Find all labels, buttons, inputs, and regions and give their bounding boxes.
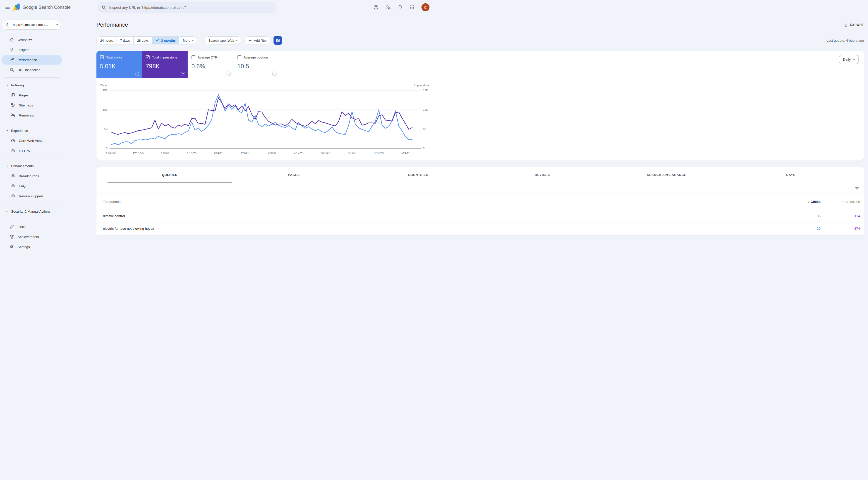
search-console-logo-icon	[13, 3, 21, 12]
help-circle-icon[interactable]: ?	[226, 71, 231, 76]
x-axis-tick: 1/24/26	[214, 152, 223, 155]
left-axis-tick: 150	[103, 89, 107, 92]
checkbox-unchecked-icon[interactable]	[237, 55, 241, 59]
google-apps-grid-icon[interactable]	[408, 3, 416, 11]
link-icon	[9, 224, 14, 229]
sidebar-section-experience[interactable]: ▾Experience	[0, 126, 63, 135]
checkbox-checked-icon[interactable]	[100, 55, 104, 59]
sidebar-item-label: Review snippets	[19, 194, 43, 198]
help-circle-icon[interactable]: ?	[272, 71, 277, 76]
sidebar: https://dimaticcontrol.c... ▾ OverviewIn…	[0, 14, 63, 240]
date-range-more-dropdown[interactable]: More▾	[179, 37, 197, 44]
x-axis-tick: 2/1/26	[241, 152, 249, 155]
sidebar-section-security-manual-actions[interactable]: ▸Security & Manual Actions	[0, 206, 63, 216]
sidebar-item-overview[interactable]: Overview	[0, 35, 63, 45]
sidebar-item-faq[interactable]: FAQ	[0, 181, 63, 191]
search-icon	[101, 5, 106, 10]
sidebar-item-sitemaps[interactable]: Sitemaps	[0, 100, 63, 110]
page-title: Performance	[96, 22, 128, 28]
tab-pages[interactable]: PAGES	[232, 167, 356, 183]
divider	[4, 203, 59, 204]
metric-card-average-position[interactable]: Average position10.5?	[234, 51, 279, 78]
table-row[interactable]: dimatic control36114	[96, 210, 434, 222]
metric-label: Total clicks	[106, 56, 122, 59]
col-top-queries[interactable]: Top queries	[103, 200, 434, 203]
manage-users-icon[interactable]	[384, 3, 392, 11]
metric-card-average-ctr[interactable]: Average CTR0.6%?	[188, 51, 233, 78]
notifications-bell-icon[interactable]	[396, 3, 404, 11]
check-icon	[156, 39, 159, 42]
checkbox-unchecked-icon[interactable]	[191, 55, 195, 59]
sidebar-item-label: URL inspection	[18, 68, 40, 72]
sidebar-item-insights[interactable]: Insights	[0, 45, 63, 55]
tab-queries[interactable]: QUERIES	[107, 167, 232, 183]
x-axis-tick: 2/9/26	[268, 152, 276, 155]
x-axis-tick: 1/8/26	[161, 152, 169, 155]
layers-icon	[10, 173, 16, 179]
chevron-right-icon: ▸	[6, 210, 11, 213]
chevron-down-icon: ▾	[6, 165, 11, 167]
sidebar-item-pages[interactable]: Pages	[0, 90, 63, 100]
sidebar-item-label: Achievements	[18, 235, 39, 239]
sidebar-item-url-inspection[interactable]: URL inspection	[0, 65, 63, 75]
date-range-7-days[interactable]: 7 days	[117, 37, 133, 44]
x-axis-tick: 3/13/26	[374, 152, 383, 155]
x-axis-tick: 2/25/26	[320, 152, 330, 155]
url-inspect-input[interactable]	[109, 5, 272, 9]
tab-countries[interactable]: COUNTRIES	[356, 167, 434, 183]
metric-header: Average CTR	[191, 55, 230, 59]
right-axis-tick: 18K	[423, 89, 428, 92]
date-range-28-days[interactable]: 28 days	[133, 37, 152, 44]
date-range-label: 28 days	[137, 39, 149, 42]
metric-label: Average CTR	[198, 56, 217, 59]
chevron-down-icon: ▾	[236, 39, 238, 42]
filter-tune-button[interactable]	[274, 36, 282, 45]
sidebar-item-achievements[interactable]: Achievements	[0, 232, 63, 240]
search-type-dropdown[interactable]: Search type: Web▾	[205, 36, 241, 44]
chevron-down-icon: ▾	[6, 84, 11, 87]
date-range-label: 3 months	[161, 39, 176, 42]
sidebar-item-performance[interactable]: Performance	[2, 55, 62, 65]
help-circle-icon[interactable]: ?	[135, 72, 140, 76]
sidebar-item-core-web-vitals[interactable]: Core Web Vitals	[0, 135, 63, 146]
metric-card-total-impressions[interactable]: Total impressions798K?	[142, 51, 188, 78]
sidebar-nav: OverviewInsightsPerformanceURL inspectio…	[0, 35, 63, 240]
sidebar-item-label: Pages	[19, 93, 28, 97]
divider	[4, 123, 59, 123]
hamburger-menu-icon[interactable]	[2, 2, 12, 12]
date-range-3-months[interactable]: 3 months	[152, 37, 179, 44]
table-row[interactable]: electric furnace not blowing hot air2087…	[96, 222, 434, 235]
property-selector[interactable]: https://dimaticcontrol.c... ▾	[2, 20, 61, 30]
plus-icon	[248, 39, 252, 42]
clicks-impressions-line-chart[interactable]: 00506K10012K15018KClicksImpressions12/23…	[96, 78, 430, 158]
metric-card-total-clicks[interactable]: Total clicks5.01K?	[96, 51, 142, 78]
add-filter-button[interactable]: Add filter	[244, 36, 271, 44]
sidebar-section-enhancements[interactable]: ▾Enhancements	[0, 161, 63, 171]
sidebar-item-removals[interactable]: Removals	[0, 110, 63, 120]
checkbox-checked-icon[interactable]	[146, 55, 150, 59]
account-avatar[interactable]: C	[422, 3, 430, 11]
sidebar-item-breadcrumbs[interactable]: Breadcrumbs	[0, 171, 63, 181]
help-circle-icon[interactable]: ?	[181, 72, 185, 76]
sidebar-item-links[interactable]: Links	[0, 222, 63, 232]
right-axis-title: Impressions	[414, 84, 430, 87]
x-axis-tick: 3/5/26	[348, 152, 356, 155]
dimension-tabs: QUERIESPAGESCOUNTRIESDEVICESSEARCH APPEA…	[96, 167, 434, 183]
help-icon[interactable]	[372, 3, 380, 11]
sitemap-icon	[10, 103, 16, 108]
table-header-row: Top queries ↓ Clicks Impressions	[96, 194, 434, 210]
section-label: Indexing	[11, 83, 24, 87]
date-range-24-hours[interactable]: 24 hours	[97, 37, 117, 44]
date-range-label: 7 days	[120, 39, 130, 42]
url-inspect-searchbar[interactable]	[97, 2, 276, 13]
date-range-label: 24 hours	[100, 39, 113, 42]
sidebar-item-review-snippets[interactable]: Review snippets	[0, 191, 63, 201]
query-cell: electric furnace not blowing hot air	[103, 227, 434, 230]
table-toolbar	[96, 183, 434, 194]
metric-value: 0.6%	[191, 63, 230, 70]
sidebar-item-label: Removals	[19, 114, 34, 117]
metric-value: 5.01K	[100, 63, 138, 70]
home-icon	[9, 37, 14, 42]
sidebar-section-indexing[interactable]: ▾Indexing	[0, 80, 63, 90]
sidebar-item-https[interactable]: HTTPS	[0, 146, 63, 156]
